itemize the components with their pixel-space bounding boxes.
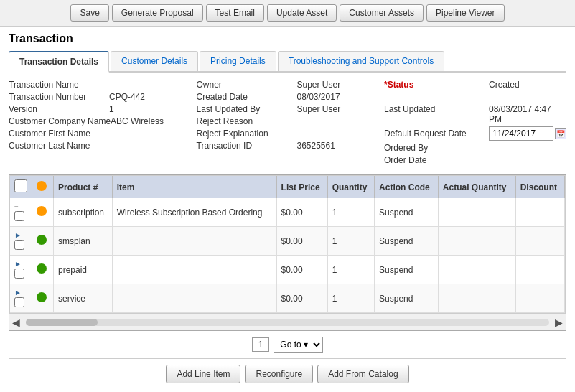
test-email-button[interactable]: Test Email	[206, 4, 264, 22]
value-transaction-number: CPQ-442	[109, 92, 145, 102]
expand-icon3[interactable]: ►	[14, 260, 22, 268]
value-owner: Super User	[297, 80, 341, 90]
collapse-icon[interactable]: −	[14, 202, 19, 210]
td-discount2	[515, 227, 564, 256]
value-company-name: ABC Wireless	[111, 116, 164, 126]
add-line-item-button[interactable]: Add Line Item	[166, 365, 240, 383]
generate-proposal-button[interactable]: Generate Proposal	[112, 4, 203, 22]
green-indicator4	[37, 292, 47, 302]
tab-troubleshooting[interactable]: Troubleshooting and Support Controls	[278, 51, 444, 71]
toolbar: Save Generate Proposal Test Email Update…	[0, 0, 575, 27]
td-list-price4: $0.00	[276, 284, 327, 313]
pipeline-viewer-button[interactable]: Pipeline Viewer	[426, 4, 505, 22]
value-last-updated-by: Super User	[297, 104, 341, 114]
td-actual-quantity4	[438, 284, 515, 313]
td-action-code4: Suspend	[375, 284, 439, 313]
label-order-date: Order Date	[384, 155, 485, 165]
th-actual-quantity: Actual Quantity	[438, 176, 515, 198]
reconfigure-button[interactable]: Reconfigure	[245, 365, 313, 383]
row-checkbox3[interactable]	[14, 269, 24, 279]
td-quantity2: 1	[327, 227, 374, 256]
table-row: ► prepaid $0.00 1 Suspend	[10, 256, 565, 284]
td-expand-cell3: ►	[10, 256, 32, 284]
label-last-name: Customer Last Name	[9, 141, 109, 151]
td-action-code: Suspend	[375, 198, 439, 227]
bottom-action-bar: Add Line Item Reconfigure Add From Catal…	[9, 358, 566, 389]
calendar-icon[interactable]: 📅	[555, 128, 566, 139]
label-transaction-name: Transaction Name	[9, 80, 109, 90]
th-indicator	[32, 176, 54, 198]
td-item: Wireless Subscription Based Ordering	[112, 198, 276, 227]
label-company-name: Customer Company Name	[9, 116, 111, 126]
pagination: 1 Go to ▾ 1	[9, 331, 566, 358]
label-first-name: Customer First Name	[9, 129, 109, 139]
save-button[interactable]: Save	[70, 4, 108, 22]
th-action-code: Action Code	[375, 176, 439, 198]
td-list-price: $0.00	[276, 198, 327, 227]
td-expand-collapse: −	[10, 198, 32, 227]
add-from-catalog-button[interactable]: Add From Catalog	[317, 365, 408, 383]
green-indicator2	[37, 235, 47, 245]
label-last-updated: Last Updated	[384, 104, 485, 114]
indicator-icon	[37, 181, 47, 191]
td-list-price3: $0.00	[276, 256, 327, 284]
td-quantity: 1	[327, 198, 374, 227]
select-all-checkbox[interactable]	[14, 179, 27, 192]
customer-assets-button[interactable]: Customer Assets	[340, 4, 424, 22]
td-discount4	[515, 284, 564, 313]
table-header-row: Product # Item List Price Quantity Actio…	[10, 176, 565, 198]
th-list-price: List Price	[276, 176, 327, 198]
product-table-container: Product # Item List Price Quantity Actio…	[9, 175, 566, 314]
td-product3: prepaid	[54, 256, 113, 284]
scroll-track[interactable]	[26, 319, 549, 326]
label-status: *Status	[384, 80, 485, 90]
expand-icon4[interactable]: ►	[14, 289, 22, 297]
td-expand-cell4: ►	[10, 284, 32, 313]
td-actual-quantity2	[438, 227, 515, 256]
orange-indicator	[37, 206, 47, 216]
td-indicator	[32, 198, 54, 227]
update-asset-button[interactable]: Update Asset	[267, 4, 337, 22]
value-created-date: 08/03/2017	[297, 92, 340, 102]
value-version: 1	[109, 104, 114, 114]
row-checkbox[interactable]	[14, 211, 24, 221]
td-action-code3: Suspend	[375, 256, 439, 284]
td-product: subscription	[54, 198, 113, 227]
table-row: − subscription Wireless Subscription Bas…	[10, 198, 565, 227]
td-discount	[515, 198, 564, 227]
scroll-thumb	[26, 319, 98, 326]
td-expand-cell: ►	[10, 227, 32, 256]
td-indicator2	[32, 227, 54, 256]
row-checkbox[interactable]	[14, 240, 24, 250]
th-product: Product #	[54, 176, 113, 198]
tab-transaction-details[interactable]: Transaction Details	[9, 51, 109, 73]
product-table: Product # Item List Price Quantity Actio…	[10, 176, 565, 313]
th-quantity: Quantity	[327, 176, 374, 198]
label-version: Version	[9, 104, 109, 114]
tab-pricing-details[interactable]: Pricing Details	[200, 51, 276, 71]
td-quantity3: 1	[327, 256, 374, 284]
expand-icon[interactable]: ►	[14, 231, 22, 239]
td-indicator3	[32, 256, 54, 284]
main-content: Transaction Transaction Details Customer…	[0, 27, 575, 392]
green-indicator3	[37, 263, 47, 274]
default-request-date-input[interactable]	[489, 126, 553, 141]
value-transaction-id: 36525561	[297, 141, 335, 151]
label-ordered-by: Ordered By	[384, 143, 485, 153]
label-transaction-id: Transaction ID	[197, 141, 297, 151]
th-checkbox	[10, 176, 32, 198]
goto-select[interactable]: Go to ▾ 1	[274, 337, 323, 353]
form-section: Transaction Name Transaction NumberCPQ-4…	[9, 80, 566, 167]
label-default-request-date: Default Request Date	[384, 129, 485, 139]
scroll-left-arrow[interactable]: ◀	[9, 317, 23, 328]
td-item3	[112, 256, 276, 284]
label-transaction-number: Transaction Number	[9, 92, 109, 102]
tab-customer-details[interactable]: Customer Details	[111, 51, 198, 71]
td-product4: service	[54, 284, 113, 313]
td-discount3	[515, 256, 564, 284]
row-checkbox4[interactable]	[14, 297, 24, 307]
current-page: 1	[252, 337, 270, 352]
label-reject-explanation: Reject Explanation	[197, 129, 297, 139]
td-indicator4	[32, 284, 54, 313]
scroll-right-arrow[interactable]: ▶	[552, 317, 566, 328]
